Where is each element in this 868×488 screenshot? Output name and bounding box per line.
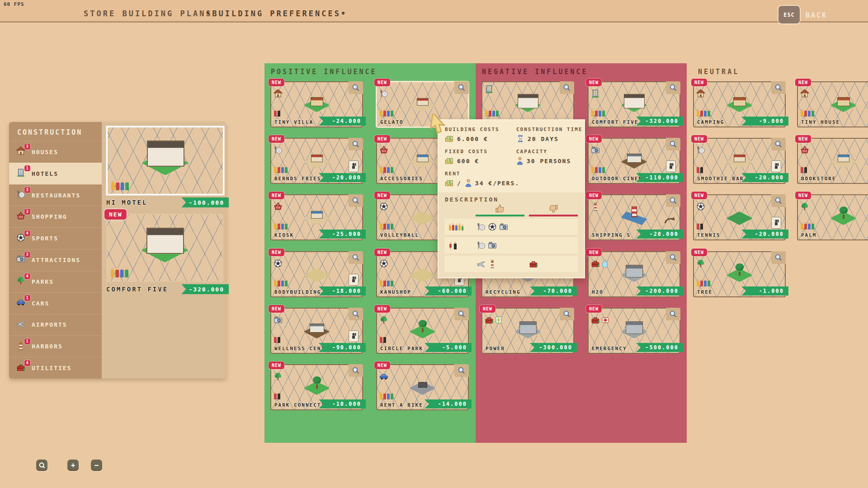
building-card-power[interactable]: NEWPOWER-300.000 bbox=[481, 308, 574, 354]
esc-button[interactable]: ESC bbox=[778, 6, 800, 23]
catalog-card-comfort-five[interactable]: NEWCOMFORT FIVE-320.000 bbox=[106, 214, 222, 294]
couple-icon bbox=[697, 167, 703, 173]
category-icons bbox=[800, 202, 809, 211]
zoom-preview-button[interactable] bbox=[454, 81, 469, 94]
zoom-preview-button[interactable] bbox=[454, 308, 469, 320]
building-card-tennis[interactable]: NEWTENNIS-20.000 bbox=[693, 194, 786, 240]
rent-value: 34 €/PERS. bbox=[475, 180, 519, 187]
building-card-wellness-center[interactable]: NEWWELLNESS CENTER-90.000 bbox=[270, 308, 363, 354]
zoom-out-button[interactable]: − bbox=[91, 460, 102, 471]
magnifier-icon bbox=[38, 462, 46, 469]
sidebar-item-harbors[interactable]: 1HARBORS bbox=[9, 335, 102, 357]
sidebar-item-restaurants[interactable]: 3RESTAURANTS bbox=[9, 184, 102, 206]
zoom-preview-button[interactable] bbox=[560, 81, 574, 94]
zoom-preview-button[interactable] bbox=[666, 194, 680, 207]
building-name: HI MOTEL bbox=[106, 199, 147, 206]
sidebar-item-label: AIRPORTS bbox=[32, 321, 67, 328]
group-icon bbox=[380, 224, 393, 230]
camera-icon bbox=[16, 254, 25, 263]
zoom-reset-button[interactable] bbox=[36, 460, 47, 471]
price-ribbon: -24.000 bbox=[319, 117, 366, 126]
zoom-preview-button[interactable] bbox=[349, 364, 363, 377]
money-icon bbox=[445, 157, 454, 165]
sidebar-item-houses[interactable]: 3HOUSES bbox=[9, 141, 102, 163]
building-card-shipping-s[interactable]: NEWSHIPPING S-20.000 bbox=[588, 194, 680, 240]
tab-building-preferences[interactable]: •BUILDING PREFERENCES• bbox=[206, 9, 347, 18]
building-card-tiny-villa[interactable]: NEWTINY VILLA-24.000 bbox=[270, 81, 363, 127]
zoom-preview-button[interactable] bbox=[454, 364, 469, 377]
building-card-bookstore[interactable]: NEWBOOKSTORE bbox=[797, 138, 868, 184]
building-card-h2o[interactable]: NEWH2O-200.000 bbox=[588, 251, 680, 297]
group-icon bbox=[380, 167, 393, 173]
zoom-preview-button[interactable] bbox=[666, 308, 680, 320]
sidebar-item-utilities[interactable]: 4UTILITIES bbox=[9, 357, 102, 379]
tree-icon bbox=[16, 276, 25, 285]
building-card-tiny-house[interactable]: NEWTINY HOUSE bbox=[797, 81, 868, 127]
building-card-comfort-five[interactable]: NEWCOMFORT FIVE-320.000 bbox=[588, 81, 680, 127]
building-card-kiosk[interactable]: NEWKIOSK-25.000 bbox=[270, 194, 363, 240]
zoom-preview-button[interactable] bbox=[349, 194, 363, 207]
building-card-palm[interactable]: NEWPALM bbox=[797, 194, 868, 240]
magnifier-icon bbox=[669, 140, 677, 148]
building-card-emergency[interactable]: NEWEMERGENCY-500.000 bbox=[588, 308, 680, 354]
tab-store-building-plans[interactable]: STORE BUILDING PLANS bbox=[84, 9, 212, 18]
zoom-preview-button[interactable] bbox=[349, 308, 363, 320]
sidebar-item-hotels[interactable]: 1HOTELS bbox=[9, 163, 102, 184]
building-name: BERNDS FRIES bbox=[274, 176, 321, 182]
zoom-preview-button[interactable] bbox=[771, 194, 786, 207]
restaurant-icon bbox=[476, 241, 486, 250]
zoom-in-button[interactable]: + bbox=[67, 460, 79, 471]
building-card-camping[interactable]: NEWCAMPING-9.000 bbox=[693, 81, 786, 127]
building-name: SHIPPING S bbox=[592, 232, 631, 238]
couple-icon bbox=[448, 241, 458, 250]
catalog-name-row: HI MOTEL-100.000 bbox=[106, 197, 222, 207]
magnifier-icon bbox=[774, 84, 783, 92]
building-card-tree[interactable]: NEWTREE-1.000 bbox=[693, 251, 786, 297]
sidebar-item-shopping[interactable]: 3SHOPPING bbox=[9, 206, 102, 227]
fixed-costs-value: 600 € bbox=[457, 158, 479, 164]
new-badge: NEW bbox=[104, 209, 127, 220]
zoom-preview-button[interactable] bbox=[666, 138, 680, 150]
worker-icon bbox=[773, 162, 779, 170]
building-name: GELATO bbox=[380, 119, 404, 125]
worker-icon bbox=[350, 276, 357, 284]
building-card-bodybuilding[interactable]: NEWBODYBUILDING-18.000 bbox=[270, 251, 363, 297]
zoom-preview-button[interactable] bbox=[771, 251, 786, 264]
building-card-smoothie-bar[interactable]: NEWSMOOTHIE BAR-20.000 bbox=[693, 138, 786, 184]
price-ribbon: -25.000 bbox=[319, 230, 366, 239]
sidebar-item-airports[interactable]: AIRPORTS bbox=[9, 314, 102, 336]
category-icons bbox=[485, 84, 494, 94]
zoom-preview-button[interactable] bbox=[349, 251, 363, 264]
building-name: COMFORT FIVE bbox=[592, 119, 638, 125]
building-name: TINY HOUSE bbox=[801, 119, 840, 125]
zoom-preview-button[interactable] bbox=[771, 81, 786, 94]
lighthouse-icon bbox=[488, 259, 497, 268]
zoom-preview-button[interactable] bbox=[560, 308, 574, 320]
price-ribbon: -60.000 bbox=[425, 286, 472, 296]
category-icons bbox=[379, 202, 388, 211]
neutral-influence-section: NEUTRALNEWCAMPING-9.000NEWTINY HOUSENEWS… bbox=[692, 63, 868, 443]
sidebar-item-label: UTILITIES bbox=[32, 365, 71, 371]
zoom-preview-button[interactable] bbox=[771, 138, 786, 150]
building-card-rent-a-bike[interactable]: NEWRENT A BIKE-14.000 bbox=[376, 364, 469, 410]
building-card-bernds-fries[interactable]: NEWBERNDS FRIES-20.000 bbox=[270, 138, 363, 184]
group-icon bbox=[591, 167, 605, 173]
catalog-card-hi-motel[interactable]: HI MOTEL-100.000 bbox=[106, 126, 222, 207]
zoom-preview-button[interactable] bbox=[666, 81, 680, 94]
catalog-name-row: COMFORT FIVE-320.000 bbox=[106, 284, 222, 294]
sidebar-item-sports[interactable]: 4SPORTS bbox=[9, 227, 102, 249]
zoom-preview-button[interactable] bbox=[349, 81, 363, 94]
building-card-circle-park[interactable]: NEWCIRCLE PARK-5.000 bbox=[376, 308, 469, 354]
category-icons bbox=[274, 259, 283, 268]
sidebar-item-attractions[interactable]: 3ATTRACTIONS bbox=[9, 249, 102, 271]
zoom-preview-button[interactable] bbox=[666, 251, 680, 264]
fixed-costs-stat: FIXED COSTS 600 € bbox=[445, 149, 514, 165]
building-card-park-connection-ii[interactable]: NEWPARK CONNECTION II-10.000 bbox=[270, 364, 363, 410]
building-card-outdoor-cinema[interactable]: NEWOUTDOOR CINEMA-110.000 bbox=[588, 138, 680, 184]
sidebar-item-cars[interactable]: 1CARS bbox=[9, 292, 102, 314]
sidebar-item-parks[interactable]: 4PARKS bbox=[9, 271, 102, 292]
group-icon bbox=[697, 281, 710, 286]
price-ribbon: -320.000 bbox=[181, 284, 229, 294]
zoom-preview-button[interactable] bbox=[349, 138, 363, 150]
back-button[interactable]: BACK bbox=[806, 11, 827, 19]
